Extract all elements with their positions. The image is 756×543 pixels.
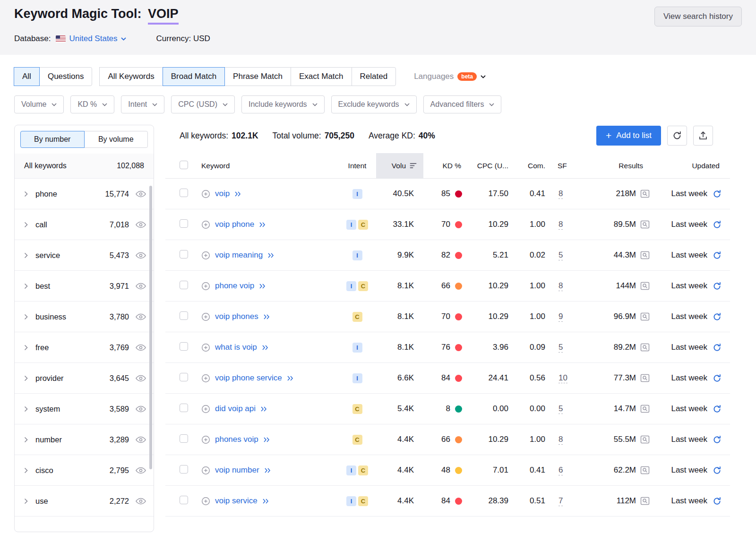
add-keyword-icon[interactable] xyxy=(201,282,210,291)
keyword-link[interactable]: phone voip xyxy=(215,281,254,291)
keyword-link[interactable]: voip meaning xyxy=(215,250,263,260)
expand-keyword-icon[interactable] xyxy=(259,284,266,289)
add-keyword-icon[interactable] xyxy=(201,220,210,229)
tab-related[interactable]: Related xyxy=(352,67,396,86)
row-checkbox[interactable] xyxy=(180,281,188,289)
keyword-group-best[interactable]: best 3,971 xyxy=(15,271,154,302)
update-metrics-icon[interactable] xyxy=(713,190,722,198)
add-keyword-icon[interactable] xyxy=(201,343,210,352)
keyword-link[interactable]: phones voip xyxy=(215,435,258,444)
row-checkbox[interactable] xyxy=(180,311,188,320)
update-metrics-icon[interactable] xyxy=(713,466,722,475)
expand-keyword-icon[interactable] xyxy=(262,345,268,350)
add-keyword-icon[interactable] xyxy=(201,497,210,506)
database-selector[interactable]: United States xyxy=(69,34,126,43)
row-checkbox[interactable] xyxy=(180,342,188,351)
column-header-results[interactable]: Results xyxy=(583,162,666,170)
eye-icon[interactable] xyxy=(136,436,146,443)
tab-all-keywords[interactable]: All Keywords xyxy=(99,67,163,86)
column-header-intent[interactable]: Intent xyxy=(338,162,376,170)
expand-chevron-icon[interactable] xyxy=(24,498,28,504)
column-header-com[interactable]: Com. xyxy=(518,162,558,170)
update-metrics-icon[interactable] xyxy=(713,251,722,260)
serp-preview-icon[interactable] xyxy=(640,220,650,229)
serp-preview-icon[interactable] xyxy=(640,190,650,198)
tab-phrase-match[interactable]: Phrase Match xyxy=(224,67,291,86)
expand-chevron-icon[interactable] xyxy=(24,252,28,259)
add-to-list-button[interactable]: + Add to list xyxy=(596,126,661,146)
expand-chevron-icon[interactable] xyxy=(24,283,28,289)
filter-kd[interactable]: KD % xyxy=(70,95,114,113)
serp-preview-icon[interactable] xyxy=(640,466,650,474)
view-search-history-button[interactable]: View search history xyxy=(654,7,742,26)
add-keyword-icon[interactable] xyxy=(201,190,210,198)
serp-features-count[interactable]: 8 xyxy=(558,220,563,230)
eye-icon[interactable] xyxy=(136,405,146,413)
serp-features-count[interactable]: 5 xyxy=(558,343,563,353)
serp-preview-icon[interactable] xyxy=(640,374,650,382)
eye-icon[interactable] xyxy=(136,252,146,259)
serp-features-count[interactable]: 6 xyxy=(558,465,563,475)
row-checkbox[interactable] xyxy=(180,250,188,259)
keyword-group-free[interactable]: free 3,769 xyxy=(15,332,154,363)
expand-keyword-icon[interactable] xyxy=(263,437,270,442)
column-header-volume[interactable]: Volu xyxy=(376,153,423,178)
serp-features-count[interactable]: 8 xyxy=(558,281,563,291)
serp-features-count[interactable]: 8 xyxy=(558,435,563,445)
column-header-cpc[interactable]: CPC (U... xyxy=(467,162,518,170)
update-metrics-icon[interactable] xyxy=(713,312,722,321)
filter-advanced-filters[interactable]: Advanced filters xyxy=(423,95,502,113)
add-keyword-icon[interactable] xyxy=(201,405,210,414)
eye-icon[interactable] xyxy=(136,467,146,474)
keyword-group-provider[interactable]: provider 3,645 xyxy=(15,363,154,394)
eye-icon[interactable] xyxy=(136,283,146,290)
keyword-link[interactable]: voip service xyxy=(215,496,258,506)
row-checkbox[interactable] xyxy=(180,496,188,504)
serp-features-count[interactable]: 8 xyxy=(558,189,563,199)
update-metrics-icon[interactable] xyxy=(713,282,722,291)
eye-icon[interactable] xyxy=(136,344,146,351)
keyword-group-business[interactable]: business 3,780 xyxy=(15,302,154,332)
keyword-group-call[interactable]: call 7,018 xyxy=(15,209,154,240)
serp-preview-icon[interactable] xyxy=(640,435,650,444)
expand-keyword-icon[interactable] xyxy=(263,314,270,319)
sidebar-scrollbar[interactable] xyxy=(149,186,152,469)
export-button[interactable] xyxy=(693,126,713,146)
select-all-checkbox[interactable] xyxy=(180,161,188,169)
eye-icon[interactable] xyxy=(136,190,146,198)
serp-features-count[interactable]: 5 xyxy=(558,404,563,414)
expand-chevron-icon[interactable] xyxy=(24,437,28,443)
keyword-link[interactable]: what is voip xyxy=(215,343,257,352)
add-keyword-icon[interactable] xyxy=(201,312,210,321)
update-metrics-icon[interactable] xyxy=(713,497,722,506)
row-checkbox[interactable] xyxy=(180,189,188,197)
eye-icon[interactable] xyxy=(136,221,146,228)
keyword-group-cisco[interactable]: cisco 2,795 xyxy=(15,455,154,486)
keyword-group-service[interactable]: service 5,473 xyxy=(15,240,154,271)
expand-chevron-icon[interactable] xyxy=(24,467,28,474)
serp-features-count[interactable]: 10 xyxy=(558,373,567,383)
expand-keyword-icon[interactable] xyxy=(259,222,266,227)
expand-keyword-icon[interactable] xyxy=(264,468,271,473)
column-header-updated[interactable]: Updated xyxy=(666,162,730,170)
refresh-button[interactable] xyxy=(667,126,687,146)
serp-preview-icon[interactable] xyxy=(640,497,650,505)
update-metrics-icon[interactable] xyxy=(713,374,722,383)
update-metrics-icon[interactable] xyxy=(713,220,722,229)
expand-chevron-icon[interactable] xyxy=(24,191,28,197)
keyword-group-system[interactable]: system 3,589 xyxy=(15,394,154,424)
by-volume-toggle[interactable]: By volume xyxy=(84,131,148,148)
serp-preview-icon[interactable] xyxy=(640,312,650,321)
eye-icon[interactable] xyxy=(136,313,146,320)
eye-icon[interactable] xyxy=(136,498,146,505)
expand-chevron-icon[interactable] xyxy=(24,314,28,320)
expand-keyword-icon[interactable] xyxy=(287,376,293,381)
update-metrics-icon[interactable] xyxy=(713,343,722,352)
expand-chevron-icon[interactable] xyxy=(24,375,28,381)
column-header-sf[interactable]: SF xyxy=(558,162,583,170)
keyword-link[interactable]: did voip api xyxy=(215,404,256,414)
row-checkbox[interactable] xyxy=(180,219,188,228)
expand-chevron-icon[interactable] xyxy=(24,345,28,351)
serp-preview-icon[interactable] xyxy=(640,282,650,290)
update-metrics-icon[interactable] xyxy=(713,435,722,444)
